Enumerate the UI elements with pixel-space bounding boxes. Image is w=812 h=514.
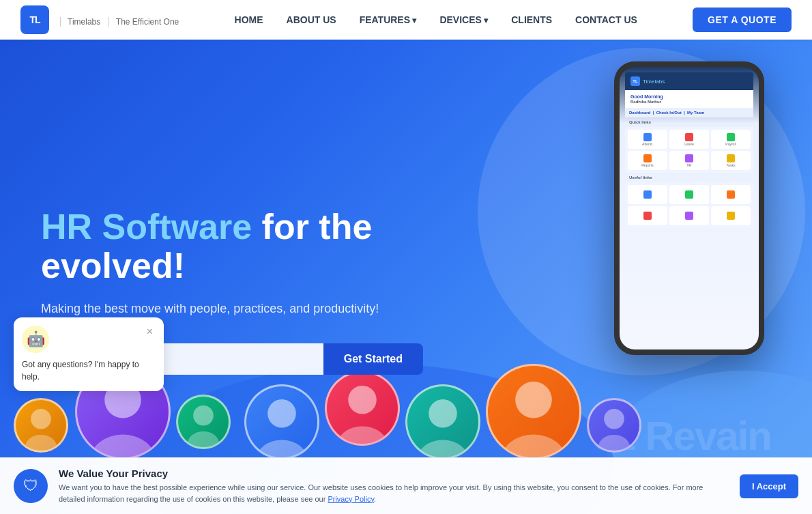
person-avatar-7 [488,366,579,457]
svg-point-14 [604,409,624,429]
phone-nav: Dashboard | Check In/Out | My Team [625,108,753,117]
hero-title: HR Software for the evolved! [41,208,423,285]
svg-point-6 [267,399,296,428]
grid-icon-orange-2 [727,190,735,199]
get-quote-button[interactable]: GET A QUOTE [693,8,792,32]
phone-grid: Attend. Leave Payroll Reports [625,127,753,173]
grid-item-5: HR [669,151,709,170]
privacy-policy-link[interactable]: Privacy Policy [328,495,374,503]
phone-mockup: TL Timelabs Good MorningRadhika Mathur D… [614,61,764,355]
person-avatar-3 [178,397,229,447]
person-avatar-8 [589,400,639,451]
svg-point-7 [256,440,308,457]
grid-icon-orange-1 [643,154,652,162]
grid-icon-yellow-1 [727,154,735,162]
svg-point-15 [598,435,630,451]
svg-point-13 [501,435,566,458]
grid-item-7 [628,185,667,204]
grid-item-10 [628,206,667,225]
grid-item-6: Tasks [711,151,751,170]
grid-item-1: Attend. [628,130,667,149]
nav-devices[interactable]: DEVICES [430,10,497,29]
phone-logo: TL [630,76,640,86]
person-avatar-5 [327,373,398,444]
grid-item-9 [711,185,751,204]
grid-icon-red-1 [685,133,693,141]
get-started-button[interactable]: Get Started [323,343,423,375]
chat-message: Got any questions? I'm happy to help. [22,358,156,383]
svg-point-5 [188,431,219,447]
grid-icon-green-1 [727,133,735,141]
svg-point-9 [336,426,388,444]
phone-useful-links-label: Useful links [625,173,753,182]
person-circle-8 [587,398,641,453]
person-circle-1 [14,398,68,453]
privacy-text: We want you to have the best possible ex… [59,482,729,504]
nav-contact[interactable]: CONTACT US [566,10,647,29]
privacy-content: We Value Your Privacy We want you to hav… [59,468,729,504]
chat-close-button[interactable]: × [144,326,156,338]
grid-item-8 [669,185,709,204]
privacy-title: We Value Your Privacy [59,468,729,479]
grid-icon-green-2 [685,190,693,199]
person-circle-6 [405,384,480,459]
person-circle-7 [486,364,581,459]
svg-point-11 [417,440,469,457]
svg-point-3 [90,435,156,458]
grid-icon-purple-2 [685,212,693,220]
person-circle-5 [325,371,400,446]
privacy-accept-button[interactable]: I Accept [740,474,798,498]
chat-widget: 🤖 × Got any questions? I'm happy to help… [14,317,164,391]
nav-clients[interactable]: CLIENTS [502,10,562,29]
grid-icon-red-2 [643,212,652,220]
svg-point-4 [193,405,214,426]
nav-features[interactable]: FEATURES [350,10,426,29]
grid-item-3: Payroll [711,130,751,149]
svg-point-1 [25,435,57,451]
chat-header: 🤖 × [22,326,156,353]
svg-point-8 [348,386,377,414]
person-circle-4 [244,384,319,459]
grid-item-2: Leave [669,130,709,149]
logo[interactable]: TL Timelabs The Efficient One [20,5,179,34]
person-avatar-4 [246,386,317,457]
svg-point-0 [31,409,51,429]
grid-icon-purple-1 [685,154,693,162]
phone-header: TL Timelabs [625,72,753,90]
privacy-shield-icon: 🛡 [14,469,48,503]
nav-home[interactable]: HOME [225,10,273,29]
person-avatar-1 [16,400,66,451]
grid-item-4: Reports [628,151,667,170]
person-avatar-6 [407,386,478,457]
hero-section: HR Software for the evolved! Making the … [0,0,812,514]
phone-greeting: Good MorningRadhika Mathur [625,90,753,108]
logo-text: Timelabs The Efficient One [56,12,179,28]
grid-icon-blue-1 [643,133,652,141]
nav-about[interactable]: ABOUT US [277,10,346,29]
hero-subtitle: Making the best move with people, practi… [41,299,423,319]
nav-links: HOME ABOUT US FEATURES DEVICES CLIENTS C… [225,10,647,29]
grid-item-12 [711,206,751,225]
navbar: TL Timelabs The Efficient One HOME ABOUT… [0,0,812,40]
grid-icon-blue-2 [643,190,652,199]
person-circle-3 [176,395,231,449]
grid-item-11 [669,206,709,225]
svg-point-12 [515,382,552,418]
hero-title-accent: HR Software [41,207,252,246]
svg-point-10 [429,399,457,428]
phone-quick-links-label: Quick links [625,117,753,127]
phone-grid-2 [625,182,753,228]
phone-screen: TL Timelabs Good MorningRadhika Mathur D… [620,67,759,349]
logo-icon: TL [20,5,49,34]
grid-icon-yellow-2 [727,212,735,220]
chat-bot-icon: 🤖 [22,326,49,353]
privacy-banner: 🛡 We Value Your Privacy We want you to h… [0,457,812,514]
